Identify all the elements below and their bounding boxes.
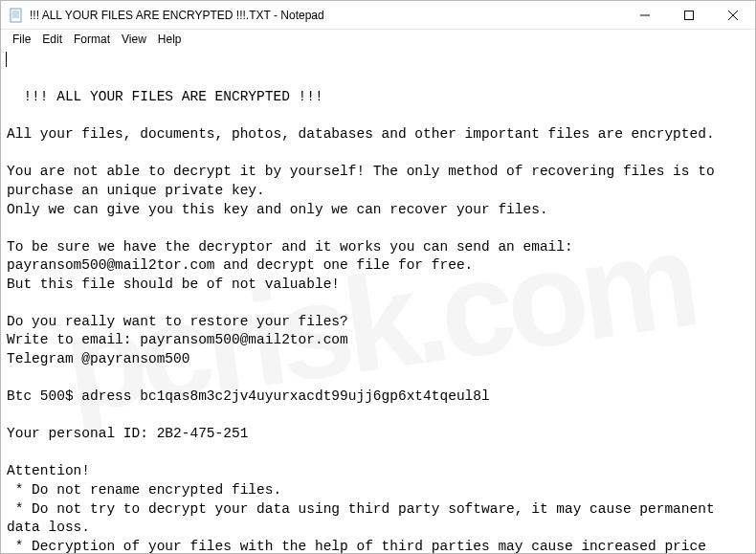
menu-view[interactable]: View [116, 31, 152, 48]
menu-format[interactable]: Format [68, 31, 116, 48]
maximize-button[interactable] [667, 1, 711, 29]
minimize-button[interactable] [623, 1, 667, 29]
svg-rect-6 [685, 11, 694, 19]
close-button[interactable] [711, 1, 755, 29]
window-title: !!! ALL YOUR FILES ARE ENCRYPTED !!!.TXT… [30, 9, 623, 22]
window-controls [623, 1, 755, 29]
text-content: !!! ALL YOUR FILES ARE ENCRYPTED !!! All… [7, 89, 723, 554]
menubar: File Edit Format View Help [1, 30, 755, 49]
notepad-icon [9, 8, 24, 23]
menu-edit[interactable]: Edit [36, 31, 68, 48]
text-cursor [6, 52, 7, 67]
menu-help[interactable]: Help [152, 31, 188, 48]
text-area[interactable]: !!! ALL YOUR FILES ARE ENCRYPTED !!! All… [1, 49, 755, 554]
titlebar: !!! ALL YOUR FILES ARE ENCRYPTED !!!.TXT… [1, 1, 755, 30]
menu-file[interactable]: File [7, 31, 36, 48]
